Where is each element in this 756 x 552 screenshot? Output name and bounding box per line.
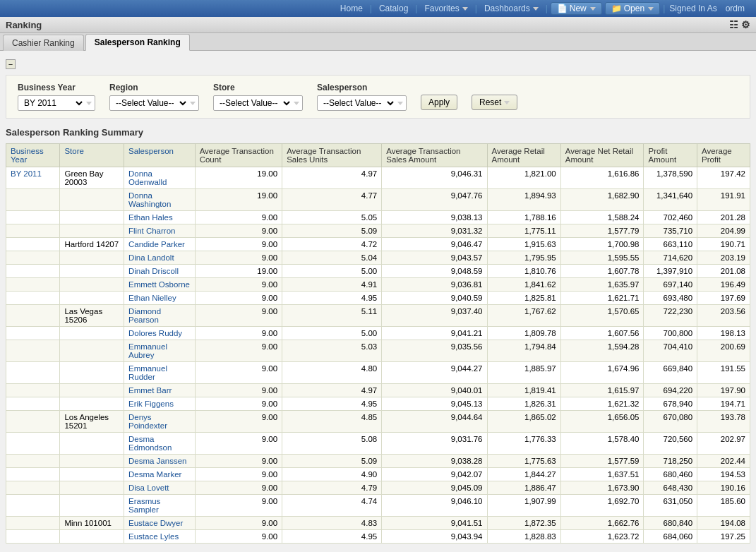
cell-avg-txn-sales-amount: 9,031.76 xyxy=(382,433,487,455)
region-select-wrapper: --Select Value-- xyxy=(109,95,199,111)
salesperson-link[interactable]: Dolores Ruddy xyxy=(128,329,182,337)
cell-avg-retail-amount: 1,885.97 xyxy=(487,362,560,384)
salesperson-link[interactable]: Desma Edmondson xyxy=(128,435,172,452)
salesperson-link[interactable]: Eustace Dwyer xyxy=(128,519,183,527)
cell-avg-txn-sales-units: 5.09 xyxy=(282,455,382,468)
salesperson-link[interactable]: Flint Charron xyxy=(128,227,175,235)
nav-new-button[interactable]: 📄 New xyxy=(551,2,602,15)
cell-business-year xyxy=(6,530,60,544)
cell-avg-txn-count: 19.00 xyxy=(195,167,282,189)
settings-icon[interactable]: ⚙ xyxy=(741,19,750,30)
cell-profit-amount: 1,341,640 xyxy=(644,189,697,211)
by-caret-icon xyxy=(86,102,92,105)
reset-button[interactable]: Reset xyxy=(472,95,517,110)
cell-avg-retail-amount: 1,795.95 xyxy=(487,251,560,265)
salesperson-link[interactable]: Candide Parker xyxy=(128,240,185,248)
nav-favorites[interactable]: Favorites xyxy=(419,4,473,13)
cell-avg-net-retail-amount: 1,577.79 xyxy=(560,224,644,238)
cell-profit-amount: 718,250 xyxy=(644,455,697,468)
data-table-wrapper: Business Year Store Salesperson Average … xyxy=(6,143,750,544)
cell-profit-amount: 670,080 xyxy=(644,411,697,433)
table-row: Eustace Lyles9.004.959,043.941,828.831,6… xyxy=(6,530,750,544)
cell-avg-txn-sales-amount: 9,046.31 xyxy=(382,167,487,189)
list-view-icon[interactable]: ☷ xyxy=(729,19,738,30)
cell-salesperson: Dinah Driscoll xyxy=(124,265,196,278)
apply-button[interactable]: Apply xyxy=(421,95,457,110)
cell-business-year xyxy=(6,455,60,468)
table-row: Los Angeles 15201Denys Poindexter9.004.8… xyxy=(6,411,750,433)
salesperson-link[interactable]: Eustace Lyles xyxy=(128,532,179,541)
col-salesperson: Salesperson xyxy=(124,144,196,167)
cell-avg-net-retail-amount: 1,662.76 xyxy=(560,517,644,530)
cell-avg-net-retail-amount: 1,637.51 xyxy=(560,468,644,481)
expand-icon[interactable]: − xyxy=(6,59,16,69)
cell-avg-profit: 194.71 xyxy=(697,397,750,411)
region-select[interactable]: --Select Value-- xyxy=(110,96,188,110)
cell-salesperson: Erasmus Sampler xyxy=(124,495,196,517)
col-label-salesperson[interactable]: Salesperson xyxy=(128,147,174,155)
cell-avg-txn-sales-amount: 9,045.09 xyxy=(382,481,487,495)
nav-sep-1: | xyxy=(368,4,373,13)
business-year-select[interactable]: BY 2011 BY 2010 BY 2009 xyxy=(18,96,85,110)
cell-business-year xyxy=(6,411,60,433)
cell-business-year xyxy=(6,251,60,265)
salesperson-link[interactable]: Emmanuel Rudder xyxy=(128,364,167,381)
cell-avg-txn-count: 9.00 xyxy=(195,517,282,530)
salesperson-link[interactable]: Diamond Pearson xyxy=(128,307,161,324)
salesperson-link[interactable]: Ethan Nielley xyxy=(128,294,176,302)
cell-salesperson: Emmanuel Rudder xyxy=(124,362,196,384)
cell-business-year xyxy=(6,305,60,327)
col-label-store[interactable]: Store xyxy=(64,147,84,155)
cell-profit-amount: 735,710 xyxy=(644,224,697,238)
business-year-link[interactable]: BY 2011 xyxy=(11,169,42,178)
tab-cashier-ranking[interactable]: Cashier Ranking xyxy=(3,35,84,51)
salesperson-link[interactable]: Erasmus Sampler xyxy=(128,497,160,514)
salesperson-link[interactable]: Donna Washington xyxy=(128,191,171,208)
cell-avg-txn-count: 9.00 xyxy=(195,468,282,481)
new-doc-icon: 📄 xyxy=(557,4,568,13)
salesperson-link[interactable]: Denys Poindexter xyxy=(128,413,167,430)
signed-in-user[interactable]: ordm xyxy=(720,4,750,13)
salesperson-link[interactable]: Dinah Driscoll xyxy=(128,267,179,275)
salesperson-link[interactable]: Desma Marker xyxy=(128,470,181,479)
cell-profit-amount: 1,397,910 xyxy=(644,265,697,278)
cell-salesperson: Candide Parker xyxy=(124,238,196,251)
cell-avg-txn-count: 9.00 xyxy=(195,411,282,433)
nav-catalog[interactable]: Catalog xyxy=(373,4,414,13)
cell-avg-profit: 197.25 xyxy=(697,530,750,544)
salesperson-link[interactable]: Emmett Osborne xyxy=(128,280,190,289)
cell-avg-profit: 200.69 xyxy=(697,340,750,362)
table-row: Dolores Ruddy9.005.009,041.211,809.781,6… xyxy=(6,327,750,340)
col-label-avg-net-retail: Average Net Retail Amount xyxy=(565,147,633,164)
table-row: Erik Figgens9.004.959,045.131,826.311,62… xyxy=(6,397,750,411)
salesperson-link[interactable]: Ethan Hales xyxy=(128,213,173,222)
salesperson-select[interactable]: --Select Value-- xyxy=(318,96,396,110)
cell-avg-txn-sales-units: 5.08 xyxy=(282,433,382,455)
cell-store xyxy=(60,251,124,265)
salesperson-link[interactable]: Emmet Barr xyxy=(128,386,172,395)
store-select[interactable]: --Select Value-- xyxy=(214,96,292,110)
salesperson-link[interactable]: Dina Landolt xyxy=(128,253,174,262)
cell-avg-profit: 194.53 xyxy=(697,468,750,481)
nav-open-button[interactable]: 📁 Open xyxy=(605,2,660,15)
col-label-profit-amount: Profit Amount xyxy=(648,147,676,164)
cell-business-year xyxy=(6,362,60,384)
cell-salesperson: Ethan Hales xyxy=(124,211,196,224)
col-store: Store xyxy=(60,144,124,167)
tab-salesperson-ranking[interactable]: Salesperson Ranking xyxy=(85,34,190,51)
cell-avg-txn-sales-units: 4.90 xyxy=(282,468,382,481)
salesperson-link[interactable]: Emmanuel Aubrey xyxy=(128,342,167,359)
salesperson-link[interactable]: Erik Figgens xyxy=(128,400,174,408)
nav-dashboards[interactable]: Dashboards xyxy=(479,4,544,13)
col-label-business-year[interactable]: Business Year xyxy=(11,147,44,164)
cell-avg-profit: 197.42 xyxy=(697,167,750,189)
region-label: Region xyxy=(109,83,199,92)
salesperson-link[interactable]: Disa Lovett xyxy=(128,484,169,492)
salesperson-link[interactable]: Donna Odenwalld xyxy=(128,169,167,186)
cell-avg-net-retail-amount: 1,635.97 xyxy=(560,278,644,292)
salesperson-link[interactable]: Desma Janssen xyxy=(128,457,186,465)
nav-sep-3: | xyxy=(474,4,479,13)
cell-profit-amount: 700,800 xyxy=(644,327,697,340)
cell-business-year xyxy=(6,224,60,238)
nav-home[interactable]: Home xyxy=(335,4,368,13)
